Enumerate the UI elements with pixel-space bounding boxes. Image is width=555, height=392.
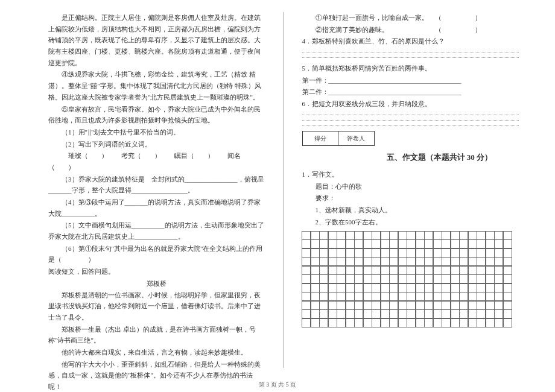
grid-cell [486,283,495,292]
grid-cell [477,309,486,318]
grid-cell [372,231,381,240]
grid-cell [337,309,346,318]
grid-cell [319,274,328,283]
grid-cell [337,257,346,266]
grid-cell [433,231,442,240]
grid-cell [433,257,442,266]
grid-cell [363,318,372,327]
grid-cell [486,231,495,240]
reading-para: 他的诗大都来自现实，来自生活，言之有物，读起来妙趣横生。 [48,347,265,358]
grid-cell [424,239,433,248]
exam-page: 是正偏结构。正院主人居住，偏院则是客房佣人住室及灶房。在建筑上偏院较为低矮，房顶… [0,0,555,368]
grid-cell [372,318,381,327]
grid-cell [337,292,346,301]
grid-cell [319,292,328,301]
grid-cell [433,318,442,327]
grid-cell [468,239,477,248]
grid-cell [503,239,512,248]
grid-cell [363,283,372,292]
grid-cell [372,248,381,258]
grid-cell [389,239,398,248]
grid-cell [398,292,407,301]
grid-cell [372,301,381,310]
grid-cell [407,292,416,301]
grid-cell [494,283,503,292]
grid-cell [424,257,433,266]
grid-cell [337,301,346,310]
grid-cell [451,266,460,275]
grid-cell [319,309,328,318]
grid-cell [459,292,468,301]
grid-cell [442,301,451,310]
grid-cell [337,283,346,292]
grid-cell [319,283,328,292]
grid-cell [328,292,337,301]
grid-cell [354,239,363,248]
grid-cell [398,301,407,310]
grid-row [302,266,519,275]
section-title: 五、作文题（本题共计 30 分） [387,151,519,164]
passage-para: ④纵观乔家大院，斗拱飞檐，彩饰金绘，建筑考究，工艺（精致 精湛）。整体呈"囍"字… [48,69,265,103]
grid-cell [354,318,363,327]
passage-para: 是正偏结构。正院主人居住，偏院则是客房佣人住室及灶房。在建筑上偏院较为低矮，房顶… [48,12,265,68]
grid-cell [346,309,355,318]
grid-cell [442,283,451,292]
grid-cell [311,274,320,283]
grid-cell [381,292,390,301]
grid-cell [302,283,311,292]
grid-cell [494,248,503,258]
grid-cell [363,257,372,266]
grid-cell [416,309,425,318]
grid-cell [451,239,460,248]
grid-cell [486,239,495,248]
grid-cell [302,301,311,310]
grid-cell [337,248,346,258]
grid-cell [477,231,486,240]
question-5: 5．简单概括郑板桥同情穷苦百姓的两件事。 [302,63,519,74]
grid-cell [372,274,381,283]
essay-req-1: 1、选材新颖，真实动人。 [302,204,519,216]
grid-cell [424,231,433,240]
grid-cell [407,231,416,240]
grid-cell [381,239,390,248]
question-3: （3）乔家大院的建筑特征是 全封闭式的________________，俯视呈_… [48,174,265,196]
grid-cell [363,292,372,301]
grid-cell [346,248,355,258]
answer-line [302,115,519,115]
grid-cell [328,239,337,248]
grid-cell [503,257,512,266]
grid-row [302,310,519,319]
grid-cell [416,266,425,275]
question-5b: 第二件：____________________________________… [302,86,519,98]
grid-cell [302,274,311,283]
grid-cell [486,292,495,301]
grid-cell [389,231,398,240]
essay-topic: 题目：心中的歌 [302,181,519,192]
grid-cell [433,248,442,258]
grid-cell [424,292,433,301]
grid-cell [433,292,442,301]
grid-cell [398,283,407,292]
grid-cell [433,301,442,310]
answer-line [302,52,519,52]
grid-cell [398,309,407,318]
grid-cell [389,274,398,283]
grid-cell [319,266,328,275]
grid-row [302,292,519,302]
grid-cell [337,266,346,275]
grid-cell [311,301,320,310]
grid-cell [416,239,425,248]
score-box: 得分 评卷人 [302,131,375,146]
grid-cell [468,292,477,301]
grid-cell [424,301,433,310]
grid-cell [442,274,451,283]
grid-cell [398,274,407,283]
grid-cell [494,309,503,318]
page-footer: 第 3 页 共 5 页 [0,381,555,389]
reading-para: 郑板桥是清朝的一位书画家。小时候，他聪明好学，但家里很穷，夜里读书没钱买灯油，他… [48,289,265,323]
grid-cell [372,309,381,318]
grid-cell [328,231,337,240]
grid-cell [442,239,451,248]
grid-cell [494,292,503,301]
grid-cell [503,248,512,258]
